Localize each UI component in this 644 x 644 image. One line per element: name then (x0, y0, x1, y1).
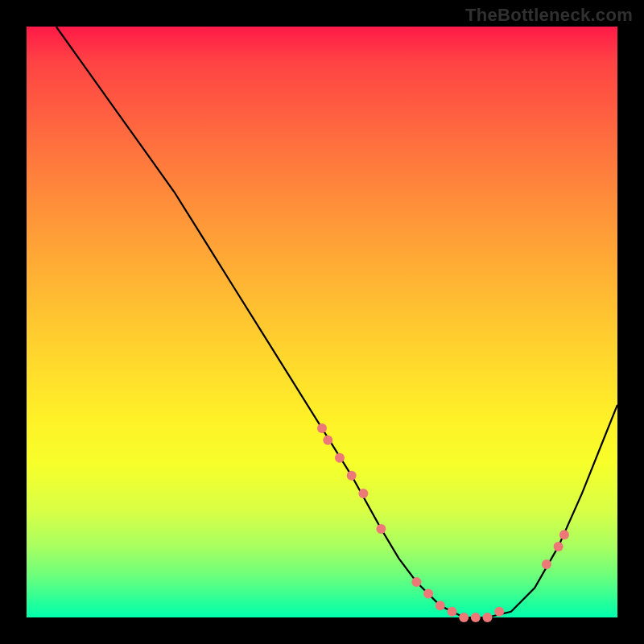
curve-marker (423, 589, 433, 599)
curve-marker (494, 607, 504, 617)
plot-area (27, 27, 617, 617)
curve-marker (559, 530, 569, 539)
watermark-text: TheBottleneck.com (465, 5, 633, 26)
curve-marker (448, 607, 457, 617)
chart-container: TheBottleneck.com (0, 0, 644, 644)
curve-marker (459, 613, 469, 622)
bottleneck-curve (56, 27, 617, 617)
curve-marker (436, 601, 445, 610)
curve-marker (471, 613, 481, 622)
curve-marker (335, 453, 345, 463)
curve-marker (554, 542, 564, 551)
chart-svg (27, 27, 617, 617)
curve-marker (347, 471, 357, 481)
curve-marker (411, 577, 421, 587)
curve-marker (376, 524, 386, 534)
curve-marker (483, 613, 493, 622)
curve-marker (542, 559, 551, 569)
curve-marker (317, 423, 327, 433)
curve-marker (358, 489, 368, 498)
curve-marker (323, 436, 332, 445)
